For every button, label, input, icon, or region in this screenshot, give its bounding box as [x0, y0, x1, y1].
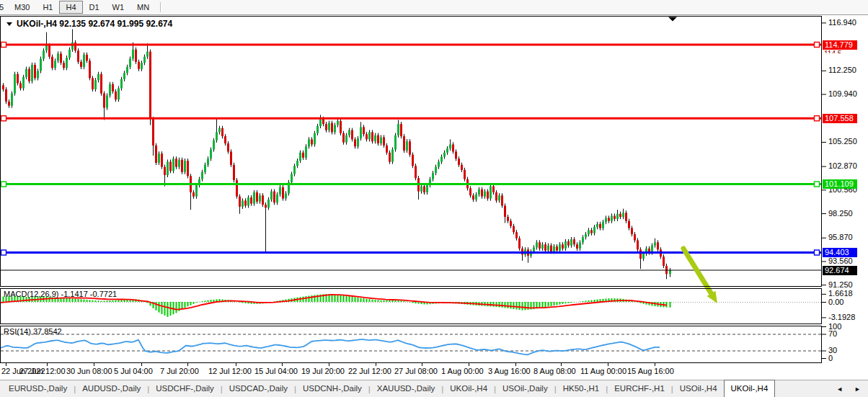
candle-body	[380, 138, 382, 143]
candle-body	[637, 241, 639, 250]
candle-body	[608, 218, 610, 220]
candle-body	[77, 50, 79, 62]
candle-body	[224, 136, 226, 143]
tab-usdcad-daily[interactable]: USDCAD-,Daily	[223, 381, 294, 397]
tab-ukoil-h4[interactable]: UKOil-,H4	[724, 380, 776, 397]
candle-body	[331, 123, 333, 133]
candle-body	[614, 216, 616, 219]
candle-body	[71, 43, 74, 50]
tab-ukoil-h4[interactable]: UKOil-,H4	[443, 381, 494, 397]
line-handle[interactable]	[815, 116, 820, 121]
tab-hk50-h1[interactable]: HK50-,H1	[557, 381, 606, 397]
candle-body	[305, 146, 307, 158]
line-handle[interactable]	[1, 250, 6, 255]
rsi-axis-label: 70	[828, 329, 837, 338]
candle-body	[54, 61, 56, 68]
candle-body	[60, 53, 62, 63]
price-level-badge: 92.674	[823, 266, 857, 275]
candle-body	[342, 133, 345, 143]
candle-body	[325, 124, 327, 130]
candle-body	[590, 230, 593, 233]
candle-body	[360, 127, 362, 138]
candle-body	[616, 214, 619, 219]
candle-body	[291, 174, 293, 182]
tab-scroll-left-icon[interactable]: ◄	[836, 385, 843, 393]
line-handle[interactable]	[1, 43, 6, 48]
tab-usoil-h4[interactable]: USOil-,H4	[673, 381, 724, 397]
tab-eurchf-h1[interactable]: EURCHF-,H1	[608, 381, 671, 397]
line-handle[interactable]	[815, 182, 820, 187]
candle-body	[585, 234, 587, 237]
tab-audusd-daily[interactable]: AUDUSD-,Daily	[76, 381, 147, 397]
candle-body	[403, 136, 405, 151]
candle-body	[435, 167, 437, 173]
candle-body	[374, 135, 376, 141]
candle-body	[319, 119, 322, 126]
candle-body	[66, 58, 68, 68]
candle-body	[464, 170, 466, 179]
candle-body	[490, 187, 492, 199]
tab-scroll-right-icon[interactable]: ►	[854, 385, 861, 393]
candle-body	[487, 192, 489, 199]
tab-usdchf-daily[interactable]: USDCHF-,Daily	[149, 381, 221, 397]
tab-xauusd-daily[interactable]: XAUUSD-,Daily	[371, 381, 442, 397]
candle-body	[34, 65, 36, 78]
line-handle[interactable]	[815, 43, 820, 48]
candle-body	[265, 205, 267, 208]
tab-usoil-daily[interactable]: USOil-,Daily	[496, 381, 554, 397]
time-tick-label: 3 Aug 16:00	[488, 367, 531, 375]
candle-body	[642, 254, 645, 259]
candle-body	[103, 94, 105, 108]
line-handle[interactable]	[815, 250, 820, 255]
macd-axis-label: 0.00	[828, 298, 843, 306]
candle-body	[97, 74, 99, 80]
candle-body	[204, 165, 206, 172]
candle-body	[299, 153, 301, 161]
candle-body	[167, 162, 169, 175]
tab-usdcnh-daily[interactable]: USDCNH-,Daily	[296, 381, 368, 397]
price-level-badge: 94.403	[823, 248, 857, 257]
candle-body	[391, 150, 394, 162]
chart-collapse-icon[interactable]	[6, 22, 12, 26]
candle-body	[363, 127, 365, 134]
candle-body	[559, 244, 561, 250]
candle-body	[498, 195, 500, 200]
line-handle[interactable]	[1, 116, 6, 121]
candle-body	[155, 146, 157, 163]
candle-body	[296, 161, 298, 166]
candle-body	[273, 192, 275, 203]
tab-eurusd-daily[interactable]: EURUSD-,Daily	[0, 381, 74, 397]
candle-body	[478, 189, 480, 195]
candle-body	[57, 53, 59, 61]
candle-body	[469, 188, 471, 195]
candle-body	[634, 234, 636, 240]
candle-body	[100, 74, 102, 94]
candle-body	[126, 67, 128, 73]
candle-body	[366, 134, 368, 139]
price-tick-label: 98.250	[828, 209, 853, 218]
candle-body	[371, 132, 373, 141]
candle-body	[386, 146, 388, 153]
candle-body	[593, 227, 595, 233]
candle-body	[221, 128, 223, 136]
candle-body	[657, 242, 659, 249]
candle-body	[443, 153, 446, 157]
arrow-shaft[interactable]	[683, 249, 712, 293]
candle-body	[8, 102, 10, 106]
candle-body	[446, 148, 448, 153]
candle-body	[582, 237, 584, 242]
candle-body	[588, 230, 590, 234]
candle-body	[415, 166, 417, 178]
candle-body	[547, 246, 549, 251]
candle-body	[19, 84, 22, 89]
time-tick-label: 27 Jun 12:00	[19, 367, 66, 375]
candle-body	[43, 50, 45, 58]
shift-marker-icon[interactable]	[668, 17, 677, 22]
candle-body	[216, 132, 218, 140]
candle-body	[83, 55, 85, 67]
candle-body	[625, 213, 627, 220]
line-handle[interactable]	[1, 182, 6, 187]
candle-body	[129, 59, 131, 67]
candle-body	[461, 165, 463, 170]
candle-body	[409, 141, 411, 154]
